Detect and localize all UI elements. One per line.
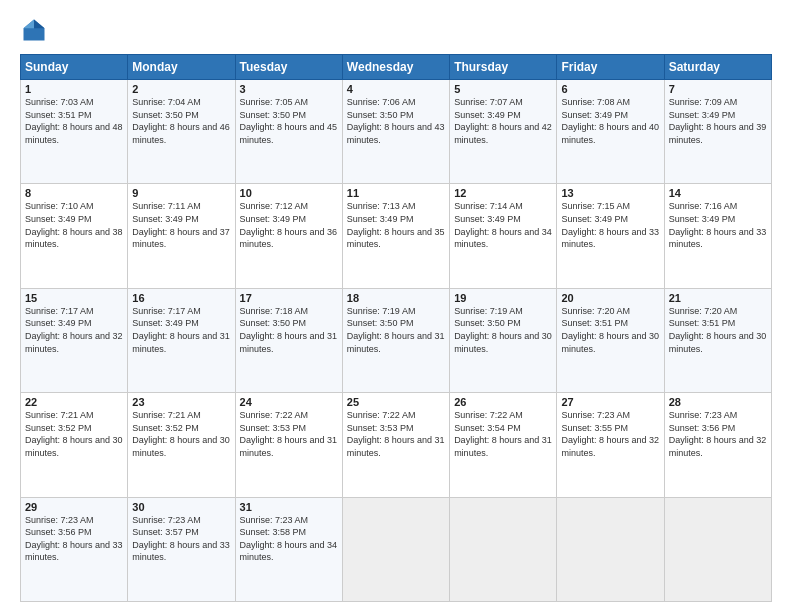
day-cell-6: 6Sunrise: 7:08 AMSunset: 3:49 PMDaylight… [557, 80, 664, 184]
calendar-body: 1Sunrise: 7:03 AMSunset: 3:51 PMDaylight… [21, 80, 772, 602]
daylight-text: Daylight: 8 hours and 30 minutes. [561, 331, 659, 354]
sunset-text: Sunset: 3:49 PM [132, 318, 199, 328]
calendar-week-4: 22Sunrise: 7:21 AMSunset: 3:52 PMDayligh… [21, 393, 772, 497]
logo [20, 16, 52, 44]
calendar-week-5: 29Sunrise: 7:23 AMSunset: 3:56 PMDayligh… [21, 497, 772, 601]
sunrise-text: Sunrise: 7:17 AM [25, 306, 94, 316]
sunset-text: Sunset: 3:50 PM [454, 318, 521, 328]
calendar-week-1: 1Sunrise: 7:03 AMSunset: 3:51 PMDaylight… [21, 80, 772, 184]
sunset-text: Sunset: 3:53 PM [240, 423, 307, 433]
day-cell-12: 12Sunrise: 7:14 AMSunset: 3:49 PMDayligh… [450, 184, 557, 288]
sunset-text: Sunset: 3:52 PM [25, 423, 92, 433]
sunrise-text: Sunrise: 7:19 AM [454, 306, 523, 316]
daylight-text: Daylight: 8 hours and 33 minutes. [132, 540, 230, 563]
day-number: 5 [454, 83, 552, 95]
sunrise-text: Sunrise: 7:23 AM [25, 515, 94, 525]
weekday-header-friday: Friday [557, 55, 664, 80]
day-number: 2 [132, 83, 230, 95]
daylight-text: Daylight: 8 hours and 31 minutes. [347, 435, 445, 458]
day-info: Sunrise: 7:13 AMSunset: 3:49 PMDaylight:… [347, 200, 445, 250]
day-cell-5: 5Sunrise: 7:07 AMSunset: 3:49 PMDaylight… [450, 80, 557, 184]
daylight-text: Daylight: 8 hours and 37 minutes. [132, 227, 230, 250]
day-number: 24 [240, 396, 338, 408]
empty-cell [342, 497, 449, 601]
daylight-text: Daylight: 8 hours and 46 minutes. [132, 122, 230, 145]
day-number: 4 [347, 83, 445, 95]
sunset-text: Sunset: 3:49 PM [561, 214, 628, 224]
day-info: Sunrise: 7:07 AMSunset: 3:49 PMDaylight:… [454, 96, 552, 146]
daylight-text: Daylight: 8 hours and 34 minutes. [240, 540, 338, 563]
day-number: 11 [347, 187, 445, 199]
daylight-text: Daylight: 8 hours and 40 minutes. [561, 122, 659, 145]
day-info: Sunrise: 7:08 AMSunset: 3:49 PMDaylight:… [561, 96, 659, 146]
sunrise-text: Sunrise: 7:22 AM [240, 410, 309, 420]
day-number: 10 [240, 187, 338, 199]
day-info: Sunrise: 7:17 AMSunset: 3:49 PMDaylight:… [25, 305, 123, 355]
day-number: 14 [669, 187, 767, 199]
day-cell-20: 20Sunrise: 7:20 AMSunset: 3:51 PMDayligh… [557, 288, 664, 392]
day-number: 20 [561, 292, 659, 304]
sunset-text: Sunset: 3:50 PM [132, 110, 199, 120]
weekday-header-saturday: Saturday [664, 55, 771, 80]
logo-icon [20, 16, 48, 44]
day-info: Sunrise: 7:23 AMSunset: 3:57 PMDaylight:… [132, 514, 230, 564]
daylight-text: Daylight: 8 hours and 32 minutes. [669, 435, 767, 458]
sunset-text: Sunset: 3:51 PM [561, 318, 628, 328]
calendar-week-2: 8Sunrise: 7:10 AMSunset: 3:49 PMDaylight… [21, 184, 772, 288]
sunrise-text: Sunrise: 7:20 AM [669, 306, 738, 316]
sunset-text: Sunset: 3:49 PM [669, 110, 736, 120]
day-number: 27 [561, 396, 659, 408]
sunrise-text: Sunrise: 7:16 AM [669, 201, 738, 211]
daylight-text: Daylight: 8 hours and 45 minutes. [240, 122, 338, 145]
day-number: 28 [669, 396, 767, 408]
sunrise-text: Sunrise: 7:18 AM [240, 306, 309, 316]
sunrise-text: Sunrise: 7:23 AM [240, 515, 309, 525]
sunset-text: Sunset: 3:54 PM [454, 423, 521, 433]
day-cell-24: 24Sunrise: 7:22 AMSunset: 3:53 PMDayligh… [235, 393, 342, 497]
daylight-text: Daylight: 8 hours and 48 minutes. [25, 122, 123, 145]
sunrise-text: Sunrise: 7:20 AM [561, 306, 630, 316]
sunset-text: Sunset: 3:49 PM [25, 214, 92, 224]
sunrise-text: Sunrise: 7:04 AM [132, 97, 201, 107]
day-number: 22 [25, 396, 123, 408]
daylight-text: Daylight: 8 hours and 34 minutes. [454, 227, 552, 250]
sunrise-text: Sunrise: 7:23 AM [132, 515, 201, 525]
sunset-text: Sunset: 3:49 PM [454, 214, 521, 224]
daylight-text: Daylight: 8 hours and 36 minutes. [240, 227, 338, 250]
sunset-text: Sunset: 3:56 PM [25, 527, 92, 537]
day-number: 8 [25, 187, 123, 199]
sunset-text: Sunset: 3:55 PM [561, 423, 628, 433]
day-info: Sunrise: 7:14 AMSunset: 3:49 PMDaylight:… [454, 200, 552, 250]
day-cell-22: 22Sunrise: 7:21 AMSunset: 3:52 PMDayligh… [21, 393, 128, 497]
daylight-text: Daylight: 8 hours and 43 minutes. [347, 122, 445, 145]
day-cell-1: 1Sunrise: 7:03 AMSunset: 3:51 PMDaylight… [21, 80, 128, 184]
sunset-text: Sunset: 3:50 PM [347, 110, 414, 120]
sunset-text: Sunset: 3:49 PM [347, 214, 414, 224]
page: SundayMondayTuesdayWednesdayThursdayFrid… [0, 0, 792, 612]
day-number: 21 [669, 292, 767, 304]
calendar-week-3: 15Sunrise: 7:17 AMSunset: 3:49 PMDayligh… [21, 288, 772, 392]
sunrise-text: Sunrise: 7:10 AM [25, 201, 94, 211]
weekday-header-sunday: Sunday [21, 55, 128, 80]
weekday-header-row: SundayMondayTuesdayWednesdayThursdayFrid… [21, 55, 772, 80]
sunset-text: Sunset: 3:57 PM [132, 527, 199, 537]
daylight-text: Daylight: 8 hours and 39 minutes. [669, 122, 767, 145]
day-info: Sunrise: 7:15 AMSunset: 3:49 PMDaylight:… [561, 200, 659, 250]
sunset-text: Sunset: 3:50 PM [240, 318, 307, 328]
day-cell-13: 13Sunrise: 7:15 AMSunset: 3:49 PMDayligh… [557, 184, 664, 288]
sunset-text: Sunset: 3:49 PM [561, 110, 628, 120]
day-number: 15 [25, 292, 123, 304]
day-number: 18 [347, 292, 445, 304]
day-info: Sunrise: 7:06 AMSunset: 3:50 PMDaylight:… [347, 96, 445, 146]
day-cell-27: 27Sunrise: 7:23 AMSunset: 3:55 PMDayligh… [557, 393, 664, 497]
sunset-text: Sunset: 3:49 PM [25, 318, 92, 328]
sunrise-text: Sunrise: 7:12 AM [240, 201, 309, 211]
day-info: Sunrise: 7:20 AMSunset: 3:51 PMDaylight:… [561, 305, 659, 355]
sunrise-text: Sunrise: 7:05 AM [240, 97, 309, 107]
day-cell-19: 19Sunrise: 7:19 AMSunset: 3:50 PMDayligh… [450, 288, 557, 392]
empty-cell [450, 497, 557, 601]
day-info: Sunrise: 7:23 AMSunset: 3:56 PMDaylight:… [669, 409, 767, 459]
day-number: 3 [240, 83, 338, 95]
day-info: Sunrise: 7:12 AMSunset: 3:49 PMDaylight:… [240, 200, 338, 250]
day-info: Sunrise: 7:23 AMSunset: 3:55 PMDaylight:… [561, 409, 659, 459]
